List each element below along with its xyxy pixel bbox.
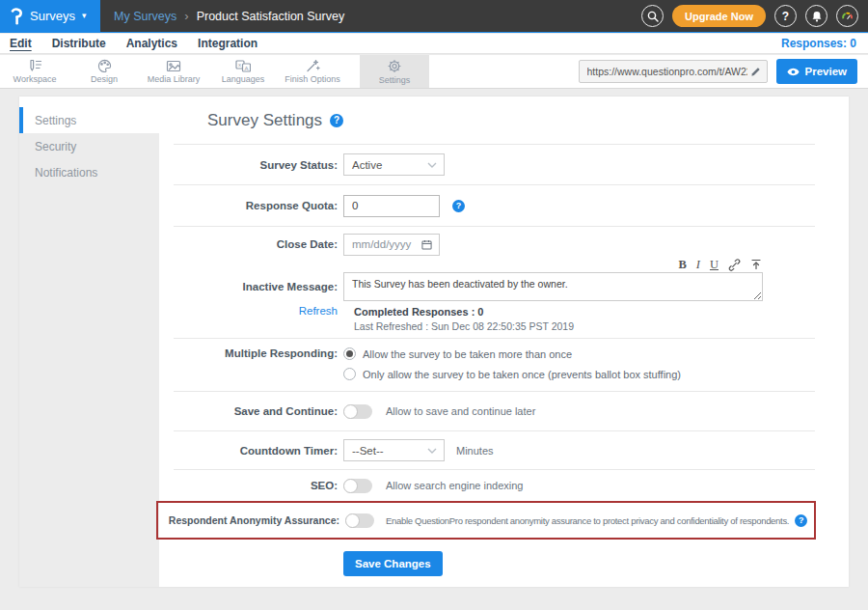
save-and-continue-toggle[interactable] (343, 404, 372, 419)
respondent-anonymity-toggle[interactable] (345, 513, 374, 528)
toolbar-tab-settings[interactable]: Settings (360, 55, 429, 88)
svg-text:x: x (238, 62, 241, 68)
help-icon[interactable]: ? (795, 514, 807, 527)
upgrade-now-button[interactable]: Upgrade Now (672, 5, 766, 27)
eye-icon (787, 68, 800, 76)
toolbar-tab-finish-options[interactable]: Finish Options (278, 55, 347, 88)
responses-summary: Completed Responses : 0 Last Refreshed :… (354, 305, 574, 333)
respondent-anonymity-description: Enable QuestionPro respondent anonymity … (386, 515, 789, 526)
breadcrumb: My Surveys › Product Satisfaction Survey (114, 0, 344, 32)
italic-button[interactable]: I (696, 259, 700, 271)
help-icon[interactable]: ? (452, 200, 465, 212)
survey-nav: Edit Distribute Analytics Integration Re… (0, 34, 868, 54)
link-icon[interactable] (728, 259, 741, 271)
multiple-responding-label: Multiple Responding: (159, 347, 338, 359)
survey-url-area: Preview (579, 55, 868, 88)
close-date-label: Close Date: (159, 238, 338, 250)
notifications-button[interactable] (805, 5, 827, 27)
message-format-toolbar: B I U (159, 258, 762, 271)
respondent-anonymity-label: Respondent Anonymity Assurance: (158, 514, 339, 526)
survey-status-row: Survey Status: Active (159, 145, 849, 184)
bold-button[interactable]: B (678, 259, 686, 271)
nav-tab-distribute[interactable]: Distribute (52, 37, 106, 50)
close-date-row: Close Date: (159, 227, 849, 258)
settings-sidebar: Settings Security Notifications (19, 97, 159, 587)
radio-once-only[interactable] (343, 368, 356, 380)
surveys-product-menu[interactable]: Surveys ▾ (0, 0, 100, 32)
search-icon (647, 11, 659, 22)
responses-count: Responses: 0 (781, 37, 856, 50)
toolbar-tab-languages[interactable]: x A Languages (208, 55, 278, 88)
page-title: Survey Settings (207, 111, 322, 130)
svg-text:A: A (245, 65, 249, 70)
product-menu-label: Surveys (30, 9, 75, 23)
sidebar-item-security[interactable]: Security (19, 133, 159, 159)
calendar-icon[interactable] (421, 239, 432, 250)
seo-row: SEO: Allow search engine indexing (159, 470, 849, 501)
last-refreshed-text: Last Refreshed : Sun Dec 08 22:50:35 PST… (354, 320, 574, 332)
toolbar-tab-label: Workspace (14, 74, 57, 84)
question-mark-icon: ? (782, 10, 789, 23)
completed-responses-text: Completed Responses : 0 (354, 305, 574, 319)
toolbar-tab-label: Design (91, 74, 118, 84)
survey-url-box (579, 60, 768, 83)
chevron-down-icon: ▾ (82, 12, 87, 20)
chevron-down-icon (427, 162, 437, 168)
sidebar-item-notifications[interactable]: Notifications (19, 159, 159, 185)
survey-status-select[interactable]: Active (343, 153, 445, 176)
search-button[interactable] (641, 5, 664, 27)
nav-tab-integration[interactable]: Integration (198, 37, 258, 50)
toolbar-tab-media-library[interactable]: Media Library (139, 55, 208, 88)
help-icon[interactable]: ? (330, 114, 343, 127)
preview-button-label: Preview (805, 66, 847, 77)
settings-sidebar-list: Settings Security Notifications (19, 107, 159, 587)
bell-icon (811, 11, 823, 22)
content-area: Settings Security Notifications Survey S… (0, 89, 868, 610)
breadcrumb-current-survey: Product Satisfaction Survey (197, 10, 345, 23)
toolbar-tab-workspace[interactable]: Workspace (0, 55, 69, 88)
dashboard-button[interactable] (836, 5, 858, 27)
edit-toolbar: Workspace Design Media Library x A Langu (0, 55, 868, 89)
close-date-input[interactable] (344, 238, 416, 250)
survey-status-value: Active (352, 159, 382, 171)
gear-icon (387, 59, 402, 73)
refresh-link[interactable]: Refresh (159, 305, 338, 317)
help-button[interactable]: ? (774, 5, 797, 27)
image-icon (166, 60, 181, 72)
workspace-icon (28, 59, 42, 72)
toolbar-tab-label: Languages (222, 74, 265, 84)
header-actions: Upgrade Now ? (641, 0, 868, 32)
save-and-continue-label: Save and Continue: (159, 405, 338, 417)
seo-description: Allow search engine indexing (386, 480, 523, 491)
nav-tab-analytics[interactable]: Analytics (126, 37, 177, 50)
breadcrumb-separator-icon: › (184, 9, 188, 23)
underline-button[interactable]: U (710, 259, 719, 271)
refresh-row: Refresh Completed Responses : 0 Last Ref… (159, 302, 849, 338)
breadcrumb-my-surveys[interactable]: My Surveys (114, 10, 176, 23)
top-header: Surveys ▾ My Surveys › Product Satisfact… (0, 0, 868, 33)
toolbar-tab-label: Media Library (148, 74, 201, 84)
upload-image-icon[interactable] (750, 259, 762, 270)
response-quota-input[interactable] (343, 195, 440, 217)
seo-toggle[interactable] (343, 479, 372, 493)
toolbar-tab-design[interactable]: Design (69, 55, 139, 88)
survey-status-label: Survey Status: (159, 159, 338, 171)
radio-multiple-allowed[interactable] (343, 347, 356, 360)
save-and-continue-description: Allow to save and continue later (386, 405, 535, 417)
inactive-message-textarea[interactable]: This Survey has been deactivated by the … (343, 272, 763, 301)
sidebar-item-settings[interactable]: Settings (19, 107, 159, 133)
save-changes-button[interactable]: Save Changes (343, 551, 443, 576)
inactive-message-label: Inactive Message: (159, 281, 338, 292)
nav-tab-edit[interactable]: Edit (10, 37, 32, 50)
countdown-timer-label: Countdown Timer: (159, 445, 338, 457)
preview-button[interactable]: Preview (776, 59, 857, 84)
translate-icon: x A (235, 60, 251, 72)
page-title-row: Survey Settings ? (159, 97, 849, 144)
edit-pencil-icon[interactable] (750, 67, 761, 77)
countdown-timer-select[interactable]: --Set-- (343, 439, 445, 461)
close-date-field[interactable] (343, 234, 440, 256)
respondent-anonymity-row: Respondent Anonymity Assurance: Enable Q… (156, 501, 816, 540)
toolbar-tab-label: Finish Options (285, 74, 340, 84)
multiple-responding-row: Multiple Responding: Allow the survey to… (159, 339, 849, 391)
survey-url-input[interactable] (580, 66, 750, 77)
